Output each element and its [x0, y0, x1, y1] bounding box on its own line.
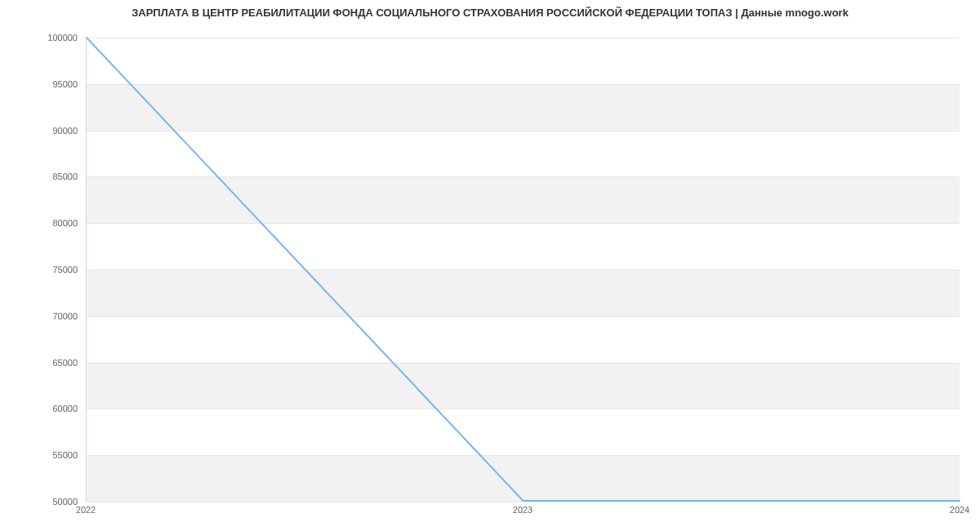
x-axis-tick-label: 2022 [76, 505, 96, 515]
y-axis-tick-label: 80000 [0, 218, 78, 228]
y-axis-tick-label: 70000 [0, 311, 78, 321]
chart-container: ЗАРПЛАТА В ЦЕНТР РЕАБИЛИТАЦИИ ФОНДА СОЦИ… [0, 0, 980, 531]
line-series [87, 38, 960, 501]
plot-area [86, 38, 960, 502]
y-axis-tick-label: 100000 [0, 33, 78, 42]
y-axis-tick-label: 85000 [0, 172, 78, 181]
y-axis-tick-label: 50000 [0, 497, 78, 506]
gridline-y [87, 502, 960, 502]
chart-title: ЗАРПЛАТА В ЦЕНТР РЕАБИЛИТАЦИИ ФОНДА СОЦИ… [0, 7, 980, 19]
y-axis-tick-label: 60000 [0, 404, 78, 413]
x-axis-tick-label: 2023 [513, 505, 532, 515]
y-axis-tick-label: 65000 [0, 358, 78, 368]
y-axis-tick-label: 90000 [0, 126, 78, 136]
x-axis-tick-label: 2024 [950, 505, 969, 515]
y-axis-tick-label: 55000 [0, 450, 78, 460]
y-axis-tick-label: 95000 [0, 79, 78, 89]
y-axis-tick-label: 75000 [0, 265, 78, 274]
